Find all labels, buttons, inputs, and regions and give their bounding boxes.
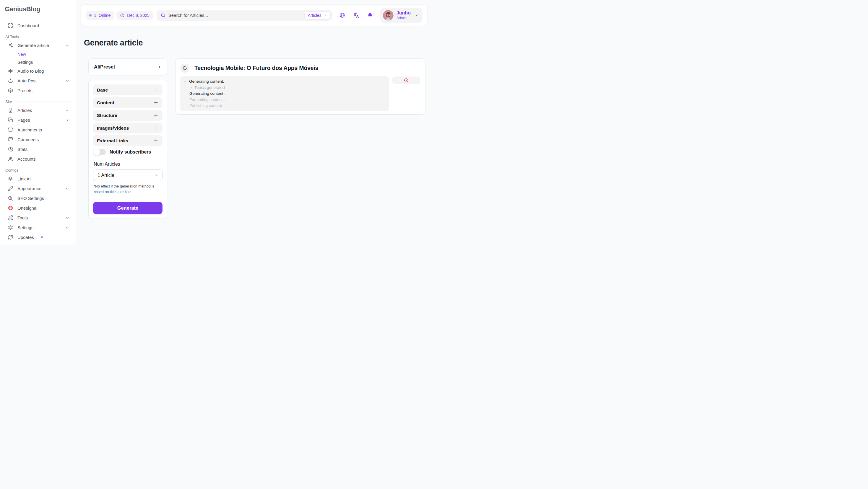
user-menu[interactable]: Junho Admin	[380, 8, 423, 23]
sidebar-item-label: Comments	[18, 137, 39, 142]
sidebar-item-label: Updates	[18, 235, 34, 240]
accordion-images-videos[interactable]: Images/Videos	[93, 123, 162, 133]
generate-button[interactable]: Generate	[93, 202, 162, 215]
notify-subscribers-row: Notify subscribers	[93, 149, 162, 155]
app-logo: GeniusBlog	[5, 5, 72, 13]
toggle-knob	[93, 149, 100, 156]
step-topics-generated: Topics generated	[184, 85, 385, 91]
sidebar-item-onesignal[interactable]: Onesignal	[5, 203, 72, 213]
gear-icon	[8, 225, 13, 230]
plus-icon	[153, 87, 159, 93]
notifications-button[interactable]	[367, 12, 373, 18]
layers-icon	[8, 88, 13, 93]
user-meta: Junho Admin	[397, 10, 411, 20]
section-divider	[22, 170, 72, 170]
generation-job-panel: Tecnologia Mobile: O Futuro dos Apps Móv…	[175, 59, 426, 115]
accordion-label: Structure	[97, 113, 117, 118]
sidebar-section-configs: Configs	[5, 167, 72, 173]
chevron-down-icon	[184, 80, 187, 83]
generation-steps: Generating content. Topics generated Gen…	[180, 76, 389, 111]
accordion-structure[interactable]: Structure	[93, 110, 162, 121]
step-generating-header[interactable]: Generating content.	[184, 78, 385, 85]
document-icon	[8, 107, 13, 113]
spinner-icon	[182, 66, 187, 71]
copy-pages-icon	[8, 117, 13, 123]
sidebar-item-label: Articles	[18, 108, 32, 113]
sidebar-item-presets[interactable]: Presets	[5, 86, 72, 95]
notify-subscribers-label: Notify subscribers	[110, 150, 151, 155]
job-title: Tecnologia Mobile: O Futuro dos Apps Móv…	[194, 65, 318, 71]
crossed-tools-icon	[8, 215, 13, 221]
generator-form: Base Content Structure Images/Videos	[88, 80, 167, 219]
sidebar-item-link-ai[interactable]: Link AI	[5, 174, 72, 184]
sidebar-item-comments[interactable]: Comments	[5, 135, 72, 144]
step-label: Generating content .	[189, 91, 225, 97]
sidebar-item-tools[interactable]: Tools	[5, 213, 72, 223]
sidebar-item-new[interactable]: New	[5, 50, 72, 58]
ai-preset-button[interactable]: AI/Preset	[88, 59, 167, 75]
search-scope-dropdown[interactable]: Articles	[304, 11, 331, 20]
step-publishing-content: Publishing content	[184, 103, 385, 109]
sidebar-item-generate-article[interactable]: Generate article	[5, 40, 72, 50]
sidebar-item-pages[interactable]: Pages	[5, 115, 72, 125]
sidebar-subitem-label: Settings	[18, 60, 33, 65]
search-input[interactable]	[168, 13, 302, 18]
chevron-right-icon	[157, 65, 162, 69]
main-area: 1 Online Dec 8, 2025 Articles	[76, 0, 434, 244]
topbar: 1 Online Dec 8, 2025 Articles	[81, 4, 428, 26]
step-label: Publishing content	[189, 103, 222, 109]
translate-button[interactable]	[353, 12, 359, 18]
sidebar-subitem-label: New	[18, 52, 26, 57]
section-divider	[23, 37, 72, 37]
sidebar-item-label: Tools	[18, 215, 28, 220]
accordion-base[interactable]: Base	[93, 85, 162, 95]
online-dot	[89, 14, 92, 17]
sidebar-item-generate-settings[interactable]: Settings	[5, 58, 72, 66]
num-articles-value: 1 Article	[97, 173, 114, 178]
notify-subscribers-toggle[interactable]	[94, 149, 106, 155]
sidebar-item-seo-settings[interactable]: SEO Settings	[5, 193, 72, 203]
chevron-down-icon	[65, 118, 69, 122]
chevron-down-icon	[65, 108, 69, 112]
accordion-label: External Links	[97, 138, 128, 143]
sidebar-item-appearance[interactable]: Appearance	[5, 184, 72, 193]
sidebar-item-dashboard[interactable]: Dashboard	[5, 21, 72, 30]
date-badge: Dec 8, 2025	[116, 11, 153, 20]
accordion-external-links[interactable]: External Links	[93, 135, 162, 146]
sidebar-item-label: SEO Settings	[18, 196, 44, 201]
chevron-down-icon	[65, 187, 69, 191]
sidebar-item-label: Presets	[18, 88, 32, 93]
translate-icon	[353, 12, 359, 18]
sidebar-item-attachments[interactable]: Attachments	[5, 125, 72, 135]
bell-icon	[367, 12, 373, 18]
chevron-down-icon	[65, 226, 69, 230]
avatar	[383, 10, 394, 21]
openai-icon	[8, 176, 13, 182]
step-generating-content: Generating content .	[184, 91, 385, 97]
accordion-label: Content	[97, 100, 114, 105]
accordion-content[interactable]: Content	[93, 97, 162, 108]
sidebar-item-articles[interactable]: Articles	[5, 105, 72, 115]
users-icon	[8, 156, 13, 162]
section-label: AI Tools	[5, 35, 19, 39]
cancel-generation-button[interactable]	[392, 76, 421, 84]
app-root: GeniusBlog Dashboard AI Tools Generate a…	[0, 0, 434, 244]
sidebar-item-accounts[interactable]: Accounts	[5, 154, 72, 164]
sidebar-item-audio-to-blog[interactable]: Audio to Blog	[5, 66, 72, 76]
num-articles-select[interactable]: 1 Article	[93, 169, 162, 181]
sidebar-item-updates[interactable]: Updates	[5, 232, 72, 242]
sidebar-item-label: Auto Post	[18, 78, 37, 83]
job-body: Generating content. Topics generated Gen…	[180, 76, 421, 111]
chevron-down-icon	[415, 13, 418, 17]
sidebar-item-settings[interactable]: Settings	[5, 223, 72, 232]
sidebar-section-site: Site	[5, 98, 72, 105]
sidebar-item-auto-post[interactable]: Auto Post	[5, 76, 72, 86]
sidebar-item-stats[interactable]: Stats	[5, 144, 72, 154]
topbar-icons	[339, 12, 373, 18]
sidebar-item-label: Stats	[18, 147, 28, 152]
step-label: Generating content.	[189, 78, 224, 85]
globe-button[interactable]	[339, 12, 345, 18]
content-columns: AI/Preset Base Content Structure	[88, 59, 426, 219]
plus-icon	[153, 138, 159, 143]
comment-bubble-icon	[8, 137, 13, 142]
